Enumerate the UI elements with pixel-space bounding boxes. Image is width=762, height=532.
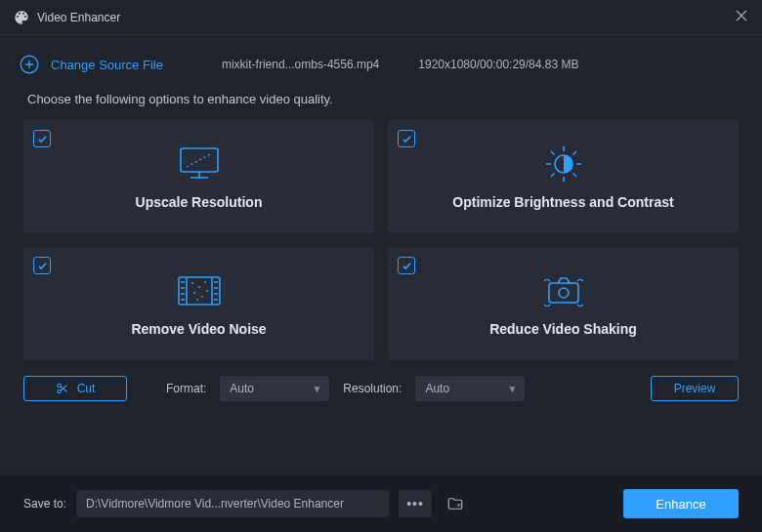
brightness-icon (542, 143, 585, 184)
resolution-label: Resolution: (343, 382, 402, 395)
option-brightness-contrast[interactable]: Optimize Brightness and Contrast (388, 120, 739, 233)
format-value: Auto (230, 382, 254, 395)
save-path-box[interactable]: D:\Vidmore\Vidmore Vid...nverter\Video E… (76, 490, 389, 517)
footer: Save to: D:\Vidmore\Vidmore Vid...nverte… (0, 475, 762, 532)
options-grid: Upscale Resolution Optimize Brightness a… (0, 120, 762, 360)
open-folder-button[interactable] (442, 490, 469, 517)
save-path: D:\Vidmore\Vidmore Vid...nverter\Video E… (86, 497, 344, 511)
palette-icon (14, 10, 29, 25)
svg-point-7 (193, 292, 195, 294)
svg-point-5 (198, 286, 200, 288)
chevron-down-icon: ▼ (312, 384, 321, 394)
checkbox-icon[interactable] (398, 257, 415, 274)
close-icon[interactable] (735, 9, 748, 26)
option-reduce-shaking[interactable]: Reduce Video Shaking (388, 247, 739, 360)
option-label: Upscale Resolution (136, 194, 263, 210)
format-dropdown[interactable]: Auto ▼ (220, 376, 329, 401)
svg-rect-3 (179, 277, 220, 305)
source-info: 1920x1080/00:00:29/84.83 MB (418, 58, 578, 71)
svg-point-6 (204, 281, 206, 283)
option-label: Remove Video Noise (131, 321, 266, 337)
svg-point-9 (206, 290, 208, 292)
source-filename: mixkit-friend...ombs-4556.mp4 (222, 58, 379, 71)
checkbox-icon[interactable] (33, 257, 51, 274)
svg-rect-1 (181, 148, 218, 172)
svg-point-8 (201, 296, 203, 298)
enhance-button[interactable]: Enhance (623, 489, 739, 518)
more-button[interactable]: ••• (399, 490, 432, 517)
preview-button[interactable]: Preview (651, 376, 739, 401)
svg-point-12 (559, 288, 569, 298)
window-title: Video Enhancer (37, 11, 735, 24)
save-to-label: Save to: (23, 497, 66, 511)
resolution-value: Auto (425, 382, 449, 395)
option-remove-noise[interactable]: Remove Video Noise (23, 247, 374, 360)
cut-button[interactable]: Cut (23, 376, 127, 401)
svg-point-4 (191, 282, 193, 284)
source-row: Change Source File mixkit-friend...ombs-… (0, 43, 762, 86)
cut-label: Cut (77, 382, 96, 395)
checkbox-icon[interactable] (398, 130, 415, 147)
scissors-icon (56, 382, 69, 395)
svg-rect-11 (549, 283, 578, 303)
folder-icon (446, 495, 464, 512)
checkbox-icon[interactable] (33, 130, 51, 147)
option-label: Optimize Brightness and Contrast (452, 194, 673, 210)
instruction-text: Choose the following options to enhance … (0, 86, 762, 120)
monitor-icon (177, 143, 222, 184)
resolution-dropdown[interactable]: Auto ▼ (415, 376, 525, 401)
add-icon[interactable] (20, 55, 39, 74)
chevron-down-icon: ▼ (507, 384, 517, 394)
format-label: Format: (166, 382, 206, 395)
change-source-link[interactable]: Change Source File (51, 58, 163, 72)
option-upscale-resolution[interactable]: Upscale Resolution (23, 120, 374, 233)
titlebar: Video Enhancer (0, 0, 762, 35)
film-noise-icon (175, 270, 224, 311)
option-label: Reduce Video Shaking (489, 321, 637, 337)
svg-point-10 (196, 299, 198, 301)
controls-row: Cut Format: Auto ▼ Resolution: Auto ▼ Pr… (0, 360, 762, 409)
camera-shake-icon (539, 270, 588, 311)
